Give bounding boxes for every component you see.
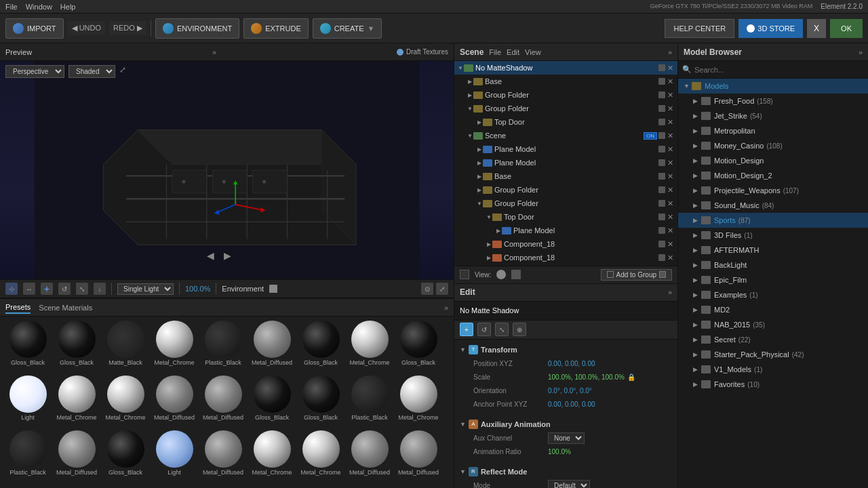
- environment-button[interactable]: ENVIRONMENT: [155, 18, 239, 39]
- view-circle-btn[interactable]: [496, 270, 506, 279]
- tree-vis-8[interactable]: [658, 173, 665, 180]
- tree-vis-5[interactable]: [658, 132, 665, 139]
- material-item-16[interactable]: Plastic_Black: [346, 375, 393, 429]
- browser-item-20[interactable]: ▶ Favorites (10): [678, 377, 868, 392]
- material-item-15[interactable]: Gloss_Black: [297, 375, 344, 429]
- browser-item-9[interactable]: ▶ Sports (87): [678, 213, 868, 228]
- browser-item-10[interactable]: ▶ 3D Files (1): [678, 228, 868, 243]
- edit-tool-anchor[interactable]: ⊕: [513, 323, 526, 336]
- tree-close-13[interactable]: ✕: [665, 240, 675, 249]
- lock-icon[interactable]: 🔒: [627, 373, 635, 381]
- transform-header[interactable]: ▼ T Transform: [460, 342, 672, 357]
- material-item-24[interactable]: Metal_Chrome: [297, 430, 344, 484]
- tree-item-group-folder-3[interactable]: ▶ Group Folder ✕: [454, 183, 677, 197]
- material-item-3[interactable]: Metal_Chrome: [151, 321, 198, 374]
- browser-item-2[interactable]: ▶ Jet_Strike (54): [678, 108, 868, 123]
- redo-button[interactable]: REDO ▶: [109, 21, 146, 35]
- import-button[interactable]: IMPORT: [5, 18, 64, 39]
- tree-close-1[interactable]: ✕: [665, 77, 675, 86]
- tree-item-top-door-1[interactable]: ▶ Top Door ✕: [454, 115, 677, 129]
- tree-close-12[interactable]: ✕: [665, 226, 675, 235]
- reflect-mode-select[interactable]: Default: [548, 480, 590, 488]
- tree-close-4[interactable]: ✕: [665, 118, 675, 127]
- tree-item-group-folder-1[interactable]: ▶ Group Folder ✕: [454, 88, 677, 102]
- edit-expand-icon[interactable]: »: [668, 288, 672, 296]
- 3d-store-button[interactable]: 3D STORE: [738, 19, 803, 38]
- material-item-0[interactable]: Gloss_Black: [4, 321, 52, 374]
- browser-item-3[interactable]: ▶ Metropolitan: [678, 123, 868, 138]
- browser-search-input[interactable]: [694, 66, 864, 74]
- browser-item-5[interactable]: ▶ Motion_Design: [678, 153, 868, 168]
- material-item-19[interactable]: Metal_Diffused: [53, 430, 100, 484]
- fullscreen-icon[interactable]: ⤢: [436, 283, 448, 295]
- ok-button[interactable]: OK: [830, 19, 863, 38]
- material-item-4[interactable]: Plastic_Black: [199, 321, 247, 374]
- aux-animation-header[interactable]: ▼ A Auxiliary Animation: [460, 417, 672, 432]
- tree-vis-12[interactable]: [658, 227, 665, 234]
- material-item-2[interactable]: Matte_Black: [102, 321, 149, 374]
- menu-window[interactable]: Window: [26, 3, 52, 11]
- material-item-6[interactable]: Gloss_Black: [297, 321, 344, 374]
- tree-item-base-2[interactable]: ▶ Base ✕: [454, 169, 677, 183]
- camera-icon[interactable]: ⊙: [421, 283, 433, 295]
- viewport-expand-icon[interactable]: ⤢: [119, 65, 126, 78]
- material-item-10[interactable]: Metal_Chrome: [53, 375, 100, 429]
- browser-item-11[interactable]: ▶ AFTERMATH: [678, 243, 868, 258]
- browser-item-13[interactable]: ▶ Epic_Film: [678, 272, 868, 287]
- tree-item-top-door-2[interactable]: ▼ Top Door ✕: [454, 210, 677, 224]
- material-item-7[interactable]: Metal_Chrome: [346, 321, 393, 374]
- tree-item-base[interactable]: ▶ Base ✕: [454, 75, 677, 88]
- browser-item-15[interactable]: ▶ MD2: [678, 302, 868, 317]
- tree-close-7[interactable]: ✕: [665, 159, 675, 167]
- browser-item-6[interactable]: ▶ Motion_Design_2: [678, 168, 868, 183]
- viewport[interactable]: Perspective Shaded ⤢: [0, 61, 454, 279]
- tree-item-group-folder-2[interactable]: ▼ Group Folder ✕: [454, 102, 677, 115]
- perspective-dropdown[interactable]: Perspective: [5, 65, 64, 78]
- tree-item-component-18-1[interactable]: ▶ Component_18 ✕: [454, 237, 677, 251]
- select-tool[interactable]: ⊹: [5, 283, 18, 295]
- tree-close-11[interactable]: ✕: [665, 213, 675, 222]
- scene-menu-file[interactable]: File: [489, 48, 501, 56]
- scene-menu-view[interactable]: View: [525, 48, 541, 56]
- scene-expand-icon[interactable]: »: [668, 48, 672, 56]
- browser-item-7[interactable]: ▶ Projectile_Weapons (107): [678, 183, 868, 198]
- material-item-13[interactable]: Metal_Diffused: [199, 375, 247, 429]
- browser-item-0[interactable]: ▼ Models: [678, 79, 868, 94]
- tree-item-plane-model-1[interactable]: ▶ Plane Model ✕: [454, 142, 677, 156]
- browser-item-17[interactable]: ▶ Secret (22): [678, 332, 868, 347]
- material-item-17[interactable]: Metal_Chrome: [395, 375, 442, 429]
- tree-item-no-matte-shadow[interactable]: ▼ No MatteShadow ✕: [454, 61, 677, 75]
- material-item-12[interactable]: Metal_Diffused: [151, 375, 198, 429]
- tree-close-6[interactable]: ✕: [665, 145, 675, 154]
- tree-vis-2[interactable]: [658, 92, 665, 98]
- material-item-18[interactable]: Plastic_Black: [4, 430, 52, 484]
- menu-file[interactable]: File: [5, 3, 18, 11]
- draft-textures-toggle[interactable]: Draft Textures: [397, 48, 448, 56]
- material-item-9[interactable]: Light: [4, 375, 52, 429]
- presets-tab[interactable]: Presets: [5, 302, 31, 314]
- view-square-btn[interactable]: [511, 270, 521, 279]
- browser-item-12[interactable]: ▶ BackLight: [678, 258, 868, 272]
- tree-item-group-folder-4[interactable]: ▼ Group Folder ✕: [454, 197, 677, 210]
- edit-tool-scale[interactable]: ⤡: [495, 323, 509, 336]
- material-item-26[interactable]: Metal_Diffused: [395, 430, 442, 484]
- tree-item-component-18-2[interactable]: ▶ Component_18 ✕: [454, 251, 677, 264]
- add-to-group-button[interactable]: Add to Group: [601, 269, 672, 281]
- tree-vis-1[interactable]: [658, 78, 665, 85]
- browser-item-18[interactable]: ▶ Starter_Pack_Physical (42): [678, 347, 868, 362]
- edit-tool-rotate[interactable]: ↺: [477, 323, 491, 336]
- tree-vis-14[interactable]: [658, 254, 665, 261]
- material-item-20[interactable]: Gloss_Black: [102, 430, 149, 484]
- tree-close-10[interactable]: ✕: [665, 199, 675, 208]
- materials-expand-icon[interactable]: »: [444, 304, 448, 312]
- material-item-8[interactable]: Gloss_Black: [395, 321, 442, 374]
- tree-vis-9[interactable]: [658, 186, 665, 193]
- tree-close-14[interactable]: ✕: [665, 253, 675, 262]
- tree-item-scene-node[interactable]: ▼ Scene ON ✕: [454, 129, 677, 142]
- browser-item-1[interactable]: ▶ Fresh_Food (158): [678, 94, 868, 108]
- shaded-dropdown[interactable]: Shaded: [68, 65, 115, 78]
- create-button[interactable]: CREATE ▼: [313, 18, 382, 39]
- scene-materials-tab[interactable]: Scene Materials: [39, 302, 92, 313]
- material-item-23[interactable]: Metal_Chrome: [248, 430, 296, 484]
- tree-vis-10[interactable]: [658, 200, 665, 207]
